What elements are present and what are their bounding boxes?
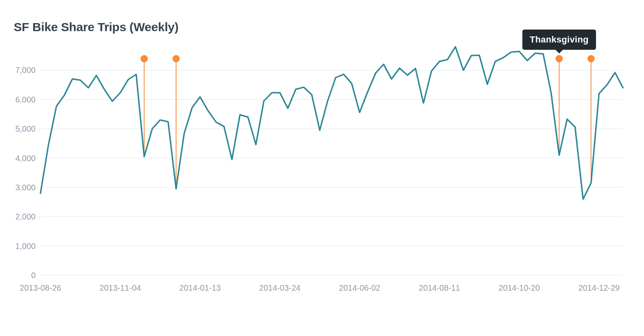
annotation-marker[interactable] xyxy=(587,55,595,183)
x-tick-label: 2014-06-02 xyxy=(339,283,380,292)
line-chart[interactable]: 01,0002,0003,0004,0005,0006,0007,000 201… xyxy=(0,0,644,336)
y-tick-label: 0 xyxy=(31,271,36,280)
y-tick-label: 2,000 xyxy=(15,212,36,221)
x-tick-label: 2013-11-04 xyxy=(100,283,141,292)
y-axis: 01,0002,0003,0004,0005,0006,0007,000 xyxy=(15,66,623,280)
x-axis: 2013-08-262013-11-042014-01-132014-03-24… xyxy=(20,283,620,292)
x-tick-label: 2014-12-29 xyxy=(578,283,620,292)
tooltip-label: Thanksgiving xyxy=(530,34,588,45)
y-tick-label: 3,000 xyxy=(15,183,36,192)
x-tick-label: 2014-01-13 xyxy=(179,283,220,292)
y-tick-label: 6,000 xyxy=(15,95,36,104)
x-tick-label: 2014-08-11 xyxy=(419,283,460,292)
annotation-tooltip: Thanksgiving xyxy=(522,30,595,50)
y-tick-label: 5,000 xyxy=(15,124,36,133)
x-tick-label: 2014-03-24 xyxy=(259,283,301,292)
annotation-dot-icon[interactable] xyxy=(140,55,148,62)
annotations xyxy=(140,55,595,189)
annotation-dot-icon[interactable] xyxy=(172,55,180,62)
y-tick-label: 7,000 xyxy=(15,66,36,74)
trips-series-line xyxy=(40,47,623,199)
y-tick-label: 4,000 xyxy=(15,154,36,163)
x-tick-label: 2013-08-26 xyxy=(20,283,61,292)
y-tick-label: 1,000 xyxy=(15,242,36,251)
x-tick-label: 2014-10-20 xyxy=(498,283,540,292)
chart-container: SF Bike Share Trips (Weekly) 01,0002,000… xyxy=(0,0,644,336)
annotation-dot-icon[interactable] xyxy=(587,55,595,62)
